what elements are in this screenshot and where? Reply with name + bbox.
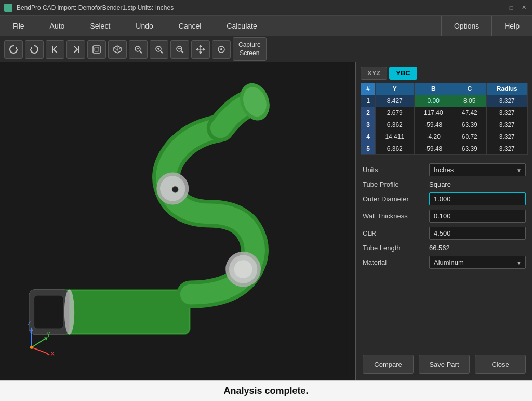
prop-tube-length-value: 66.562 — [429, 244, 450, 252]
compare-button[interactable]: Compare — [363, 355, 414, 374]
prop-material-row: Material Aluminum Steel Stainless Steel … — [363, 256, 526, 269]
table-row[interactable]: 1 8.427 0.00 8.05 3.327 — [361, 95, 528, 107]
cell-b: 117.40 — [414, 107, 453, 119]
close-button[interactable]: ✕ — [520, 4, 528, 12]
toolbar: CaptureScreen — [0, 36, 532, 62]
menu-cancel[interactable]: Cancel — [166, 16, 215, 36]
cell-num: 5 — [361, 143, 376, 155]
toolbar-rotate-free[interactable] — [4, 40, 23, 59]
cell-b: -59.48 — [414, 119, 453, 131]
zoom-fit-icon — [175, 44, 185, 55]
material-select[interactable]: Aluminum Steel Stainless Steel Copper — [429, 256, 526, 269]
next-icon — [71, 44, 81, 55]
viewport-3d-shape: Z Y X — [0, 62, 355, 380]
prop-outer-diameter-label: Outer Diameter — [363, 195, 425, 203]
cell-num: 2 — [361, 107, 376, 119]
units-select-wrapper: Inches Millimeters — [429, 163, 526, 176]
menu-options[interactable]: Options — [441, 16, 491, 36]
cell-b: -4.20 — [414, 131, 453, 143]
menu-select[interactable]: Select — [77, 16, 123, 36]
app-icon — [4, 4, 12, 12]
viewport[interactable]: Z Y X — [0, 62, 355, 380]
table-body: 1 8.427 0.00 8.05 3.327 2 2.679 117.40 4… — [361, 95, 528, 155]
svg-rect-20 — [34, 295, 63, 329]
prev-icon — [50, 44, 60, 55]
toolbar-center[interactable] — [212, 40, 231, 59]
maximize-button[interactable]: □ — [507, 4, 515, 12]
cell-y: 6.362 — [376, 143, 415, 155]
cell-y: 6.362 — [376, 119, 415, 131]
prop-units-row: Units Inches Millimeters — [363, 163, 526, 176]
status-bar: Analysis complete. — [0, 380, 532, 401]
menu-auto[interactable]: Auto — [37, 16, 78, 36]
prop-wall-thickness-label: Wall Thickness — [363, 212, 425, 220]
prop-clr-label: CLR — [363, 229, 425, 237]
menu-file[interactable]: File — [0, 16, 37, 36]
window-controls: ─ □ ✕ — [495, 4, 528, 12]
svg-line-6 — [140, 51, 142, 53]
prop-tube-length-row: Tube Length 66.562 — [363, 244, 526, 252]
zoom-out-icon — [133, 44, 143, 55]
data-table-container: # Y B C Radius 1 8.427 0.00 8.05 3.327 2… — [356, 80, 532, 158]
prop-clr-row: CLR — [363, 227, 526, 240]
properties-panel: Units Inches Millimeters Tube Profile Sq… — [356, 158, 532, 348]
toolbar-view-iso[interactable] — [108, 40, 127, 59]
svg-line-10 — [161, 51, 163, 53]
view-front-icon — [91, 44, 102, 55]
save-part-button[interactable]: Save Part — [419, 355, 470, 374]
table-row[interactable]: 3 6.362 -59.48 63.39 3.327 — [361, 119, 528, 131]
cell-b: 0.00 — [414, 95, 453, 107]
svg-marker-0 — [15, 47, 17, 49]
status-text: Analysis complete. — [223, 385, 308, 396]
cell-y: 2.679 — [376, 107, 415, 119]
toolbar-zoom-fit[interactable] — [170, 40, 189, 59]
rotate-free-icon — [8, 44, 19, 55]
cell-y: 8.427 — [376, 95, 415, 107]
cell-num: 4 — [361, 131, 376, 143]
tab-ybc[interactable]: YBC — [389, 67, 417, 80]
bend-data-table: # Y B C Radius 1 8.427 0.00 8.05 3.327 2… — [361, 83, 528, 155]
cell-c: 47.42 — [453, 107, 487, 119]
units-select[interactable]: Inches Millimeters — [429, 163, 526, 176]
table-row[interactable]: 2 2.679 117.40 47.42 3.327 — [361, 107, 528, 119]
toolbar-prev[interactable] — [46, 40, 64, 59]
toolbar-view-front[interactable] — [87, 40, 106, 59]
capture-screen-button[interactable]: CaptureScreen — [233, 37, 267, 61]
cell-c: 60.72 — [453, 131, 487, 143]
prop-tube-profile-value: Square — [429, 180, 451, 188]
svg-point-27 — [172, 187, 178, 193]
prop-wall-thickness-row: Wall Thickness — [363, 210, 526, 223]
cell-num: 3 — [361, 119, 376, 131]
menu-help[interactable]: Help — [491, 16, 532, 36]
prop-tube-profile-row: Tube Profile Square — [363, 180, 526, 188]
toolbar-next[interactable] — [66, 40, 85, 59]
main-area: Z Y X XYZ YBC # Y B C — [0, 62, 532, 380]
prop-outer-diameter-row: Outer Diameter — [363, 192, 526, 205]
svg-line-12 — [181, 51, 183, 53]
close-button[interactable]: Close — [475, 355, 526, 374]
prop-tube-length-label: Tube Length — [363, 244, 425, 252]
menu-right: Options Help — [441, 16, 532, 36]
wall-thickness-input[interactable] — [429, 210, 526, 223]
toolbar-rotate-ccw[interactable] — [25, 40, 44, 59]
table-row[interactable]: 5 6.362 -59.48 63.39 3.327 — [361, 143, 528, 155]
svg-text:Y: Y — [47, 331, 50, 338]
table-row[interactable]: 4 14.411 -4.20 60.72 3.327 — [361, 131, 528, 143]
menu-calculate[interactable]: Calculate — [214, 16, 270, 36]
tab-area: XYZ YBC — [356, 62, 532, 80]
window-title: BendPro CAD import: DemoforBender1.stp U… — [17, 4, 495, 11]
toolbar-pan[interactable] — [191, 40, 210, 59]
rotate-ccw-icon — [29, 44, 39, 55]
toolbar-zoom-in[interactable] — [150, 40, 168, 59]
outer-diameter-input[interactable] — [429, 192, 526, 205]
minimize-button[interactable]: ─ — [495, 4, 503, 12]
cell-c: 8.05 — [453, 95, 487, 107]
col-header-radius: Radius — [486, 83, 528, 95]
clr-input[interactable] — [429, 227, 526, 240]
menu-undo[interactable]: Undo — [123, 16, 166, 36]
svg-marker-1 — [31, 47, 33, 49]
toolbar-zoom-out[interactable] — [129, 40, 148, 59]
svg-point-15 — [220, 48, 222, 50]
col-header-b: B — [414, 83, 453, 95]
tab-xyz[interactable]: XYZ — [361, 67, 387, 80]
